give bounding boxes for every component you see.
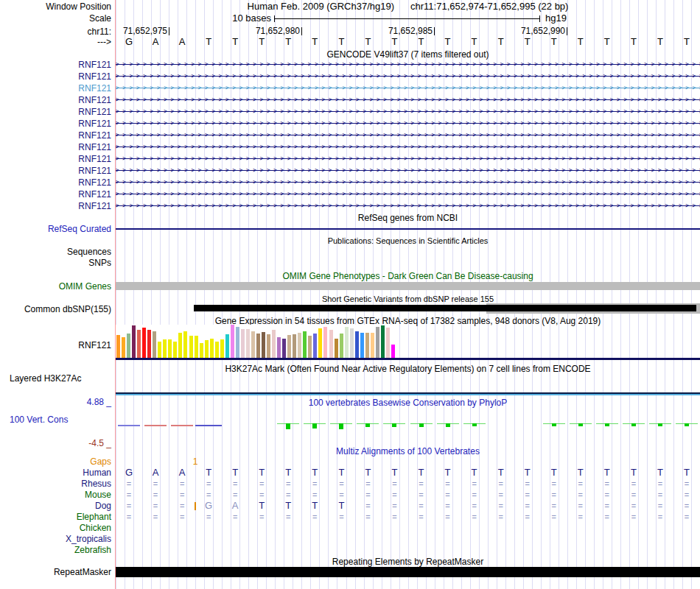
cons-positive-bar[interactable] [685,423,689,426]
multiz-species-label[interactable]: Dog [0,501,111,511]
cons-positive-bar[interactable] [472,423,477,426]
gtex-tissue-bar[interactable] [318,328,322,359]
gtex-tissue-bar[interactable] [153,331,156,359]
cons-positive-bar[interactable] [365,423,370,427]
repeatmasker-track-label[interactable]: RepeatMasker [0,567,111,577]
gtex-tissue-bar[interactable] [272,330,276,359]
refseq-track-label[interactable]: RefSeq Curated [0,224,111,234]
gtex-tissue-bar[interactable] [210,339,214,359]
gencode-transcript-label[interactable]: RNF121 [0,166,111,176]
gtex-tissue-bar[interactable] [287,335,291,359]
gtex-tissue-bar[interactable] [205,340,209,359]
gencode-transcript-label[interactable]: RNF121 [0,119,111,129]
gencode-transcript-item[interactable]: >>>>>>>>>>>>>>>>>>>>>>>>>>>>>>>>>>>>>>>>… [116,96,700,104]
multiz-species-label[interactable]: Rhesus [0,479,111,489]
gtex-tissue-bar[interactable] [158,342,161,359]
gtex-tissue-bar[interactable] [215,342,219,359]
gtex-tissue-bar[interactable] [220,339,224,359]
gtex-tissue-bar[interactable] [195,336,198,359]
gencode-transcript-label[interactable]: RNF121 [0,142,111,152]
gencode-transcript-item[interactable]: >>>>>>>>>>>>>>>>>>>>>>>>>>>>>>>>>>>>>>>>… [116,144,700,151]
omim-gene-bar[interactable] [116,282,700,290]
cons-positive-bar[interactable] [312,423,317,428]
cons-positive-bar[interactable] [446,423,450,427]
cons-positive-bar[interactable] [631,423,636,426]
gtex-tissue-bar[interactable] [391,345,395,359]
refseq-gene-item[interactable] [116,228,700,230]
gencode-transcript-item[interactable]: >>>>>>>>>>>>>>>>>>>>>>>>>>>>>>>>>>>>>>>>… [116,61,700,68]
gtex-tissue-bar[interactable] [350,328,354,359]
gencode-transcript-item[interactable]: >>>>>>>>>>>>>>>>>>>>>>>>>>>>>>>>>>>>>>>>… [116,108,700,116]
gencode-transcript-item[interactable]: >>>>>>>>>>>>>>>>>>>>>>>>>>>>>>>>>>>>>>>>… [116,120,700,127]
gencode-transcript-label[interactable]: RNF121 [0,60,111,70]
cons-negative-mark[interactable] [195,425,222,426]
gtex-tissue-bar[interactable] [178,333,182,359]
cons-negative-mark[interactable] [171,425,193,426]
gtex-tissue-bar[interactable] [298,333,301,359]
cons-positive-bar[interactable] [419,423,424,427]
gtex-tissue-bar[interactable] [231,325,234,359]
cons-positive-bar[interactable] [392,423,396,427]
gtex-tissue-bar[interactable] [256,334,260,359]
gtex-tissue-bar[interactable] [142,328,146,359]
gtex-tissue-bar[interactable] [225,334,229,359]
gtex-tissue-bar[interactable] [386,328,390,359]
gencode-transcript-label[interactable]: RNF121 [0,71,111,82]
gencode-transcript-item[interactable]: >>>>>>>>>>>>>>>>>>>>>>>>>>>>>>>>>>>>>>>>… [116,202,700,210]
publications-sequences-label[interactable]: Sequences [0,247,111,257]
gencode-transcript-item[interactable]: >>>>>>>>>>>>>>>>>>>>>>>>>>>>>>>>>>>>>>>>… [116,132,700,139]
multiz-species-label[interactable]: X_tropicalis [0,534,111,544]
gtex-tissue-bar[interactable] [173,342,177,359]
gtex-tissue-bar[interactable] [168,339,172,359]
gtex-tissue-bar[interactable] [293,334,296,359]
gencode-transcript-label[interactable]: RNF121 [0,201,111,211]
gtex-tissue-bar[interactable] [246,329,250,359]
gtex-tissue-bar[interactable] [137,330,141,359]
gencode-transcript-label[interactable]: RNF121 [0,154,111,164]
gtex-tissue-bar[interactable] [189,336,193,359]
gtex-tissue-bar[interactable] [147,330,151,359]
publications-snps-label[interactable]: SNPs [0,258,111,268]
dbsnp-track-label[interactable]: Common dbSNP(155) [0,304,111,314]
multiz-species-label[interactable]: Zebrafish [0,545,111,555]
gencode-transcript-label[interactable]: RNF121 [0,130,111,141]
cons-negative-mark[interactable] [144,425,167,426]
gencode-transcript-item[interactable]: >>>>>>>>>>>>>>>>>>>>>>>>>>>>>>>>>>>>>>>>… [116,179,700,186]
gtex-tissue-bar[interactable] [360,333,364,359]
gtex-tissue-bar[interactable] [329,330,333,359]
gtex-tissue-bar[interactable] [116,335,120,359]
h3k27ac-track-label[interactable]: Layered H3K27Ac [10,373,81,384]
gtex-tissue-bar[interactable] [277,337,281,359]
gtex-tissue-bar[interactable] [282,339,286,359]
gencode-transcript-label[interactable]: RNF121 [0,95,111,105]
gtex-tissue-bar[interactable] [200,343,203,359]
gtex-tissue-bar[interactable] [376,327,379,359]
cons-positive-bar[interactable] [578,423,583,426]
multiz-species-label[interactable]: Chicken [0,523,111,533]
cons-positive-bar[interactable] [552,423,556,426]
gtex-tissue-bar[interactable] [132,325,136,359]
gtex-tissue-bar[interactable] [308,336,312,359]
gtex-tissue-bar[interactable] [313,334,317,359]
gtex-tissue-bar[interactable] [251,331,255,359]
gtex-tissue-bar[interactable] [303,331,307,359]
multiz-gaps-label[interactable]: Gaps [0,456,111,467]
gencode-transcript-item[interactable]: >>>>>>>>>>>>>>>>>>>>>>>>>>>>>>>>>>>>>>>>… [116,85,700,92]
cons-positive-bar[interactable] [339,423,343,429]
gencode-transcript-item[interactable]: >>>>>>>>>>>>>>>>>>>>>>>>>>>>>>>>>>>>>>>>… [116,167,700,174]
gencode-transcript-label[interactable]: RNF121 [0,189,111,200]
multiz-species-label[interactable]: Mouse [0,490,111,500]
omim-track-label[interactable]: OMIM Genes [0,281,111,292]
gtex-tissue-bar[interactable] [371,333,374,359]
multiz-species-label[interactable]: Human [0,468,111,478]
gtex-tissue-bar[interactable] [241,329,245,359]
cons-negative-mark[interactable] [118,425,140,426]
gtex-tissue-bar[interactable] [236,327,239,359]
gtex-tissue-bar[interactable] [163,339,167,359]
gtex-tissue-bar[interactable] [323,327,327,359]
gencode-transcript-item[interactable]: >>>>>>>>>>>>>>>>>>>>>>>>>>>>>>>>>>>>>>>>… [116,73,700,80]
gencode-transcript-label[interactable]: RNF121 [0,83,111,94]
gtex-tissue-bar[interactable] [267,334,270,359]
multiz-species-label[interactable]: Elephant [0,512,111,522]
gtex-tissue-bar[interactable] [381,325,385,359]
